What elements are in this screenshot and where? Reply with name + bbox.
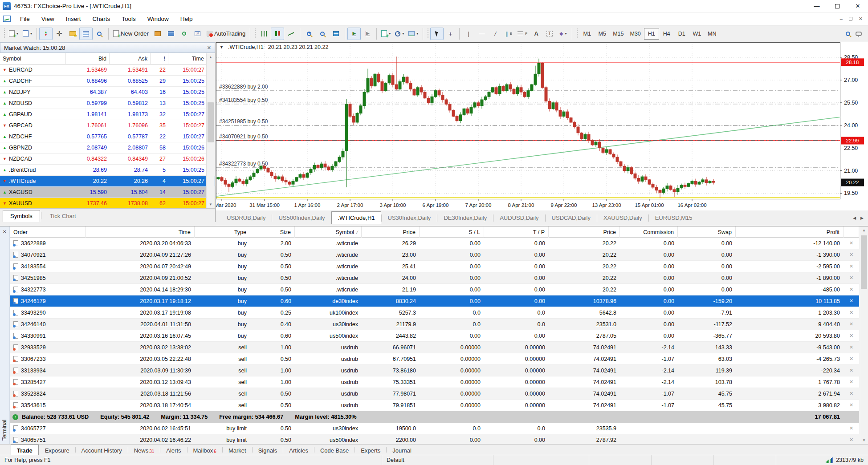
chart-tab-usdrubdaily[interactable]: USDRUB,Daily [220,211,272,224]
chart-tab-eurusdm15[interactable]: EURUSD,M15 [649,211,699,224]
market-watch-row[interactable]: ▼NZDCAD0.843220.843492715:00:26 [0,154,215,165]
status-profile[interactable]: Default [382,455,493,465]
close-order-icon[interactable]: ✕ [844,391,859,396]
timeframe-button-h4[interactable]: H4 [659,28,674,40]
close-order-icon[interactable]: ✕ [844,287,859,292]
timeframe-button-w1[interactable]: W1 [689,28,705,40]
timeframe-button-d1[interactable]: D1 [674,28,689,40]
close-order-icon[interactable]: ✕ [844,425,859,431]
order-row[interactable]: 342461402020.04.01 11:31:50buy0.40us30in… [10,319,859,330]
market-watch-toggle-button[interactable]: ▲▼ [39,28,53,40]
toolbar-grip[interactable] [427,28,429,39]
text-label-button[interactable]: T [543,28,556,40]
order-row[interactable]: 343309912020.03.16 16:07:45buy0.60us500i… [10,330,859,342]
vertical-line-button[interactable]: | [462,28,475,40]
close-button[interactable]: ✕ [848,0,868,12]
order-row[interactable]: 329335292020.03.02 13:38:02sell1.00usdru… [10,342,859,353]
order-row[interactable]: 343227732020.04.14 18:29:30buy0.50.wticr… [10,284,859,295]
terminal-tab-journal[interactable]: Journal [387,445,417,455]
mdi-restore-button[interactable] [849,16,852,21]
menu-item-file[interactable]: File [14,14,36,24]
menu-item-window[interactable]: Window [142,14,175,24]
periods-button[interactable]: ▾ [393,28,406,40]
terminal-tab-articles[interactable]: Articles [283,445,314,455]
scroll-left-icon[interactable]: ◀ [853,216,856,220]
order-row[interactable]: 340709212020.04.09 21:27:26buy0.50.wticr… [10,249,859,261]
market-watch-row[interactable]: ▲NZDCHF0.577650.577872215:00:27 [0,131,215,142]
order-row[interactable]: 334932902020.03.17 19:19:08buy0.25uk100i… [10,307,859,319]
scroll-down-icon[interactable]: ▼ [207,201,215,208]
close-order-icon[interactable]: ✕ [844,437,859,443]
depth-of-market-button[interactable] [151,28,164,40]
candlestick-chart-button[interactable] [271,28,284,40]
menu-item-charts[interactable]: Charts [87,14,116,24]
toolbar-grip[interactable] [3,28,5,39]
scrollbar-thumb[interactable] [861,235,867,289]
timeframe-button-m30[interactable]: M30 [627,28,644,40]
close-order-icon[interactable]: ✕ [844,344,859,350]
close-order-icon[interactable]: ✕ [844,275,859,281]
scroll-up-icon[interactable]: ▲ [860,226,868,234]
new-chart-button[interactable]: +▾ [7,28,20,40]
terminal-column-header[interactable]: S / L [420,226,484,238]
search-icon[interactable] [846,32,850,36]
order-row[interactable]: 335436152020.03.18 17:40:54sell0.50usdru… [10,400,859,411]
market-watch-row[interactable]: ▲NZDJPY64.38764.4031615:00:25 [0,87,215,98]
fibonacci-button[interactable]: F [515,28,530,40]
terminal-column-header[interactable]: Profit [736,226,844,238]
chart-tab-audusddaily[interactable]: AUDUSD,Daily [493,211,545,224]
mdi-minimize-button[interactable]: – [840,16,843,21]
market-watch-row[interactable]: ▲XAGUSD15.59015.6041415:00:27 [0,187,215,198]
trendline-button[interactable]: / [489,28,502,40]
terminal-tab-mailbox[interactable]: Mailbox6 [187,445,222,455]
metaeditor-button[interactable] [164,28,178,40]
arrows-button[interactable]: ◆▾ [556,28,570,40]
chart-collapse-icon[interactable]: ▼ [220,45,224,49]
order-row[interactable]: 341835542020.04.07 20:42:49buy0.50.wticr… [10,261,859,272]
scroll-right-icon[interactable]: ▶ [860,216,864,220]
menu-item-insert[interactable]: Insert [60,14,87,24]
terminal-column-header[interactable]: Commission [620,226,678,238]
auto-scroll-button[interactable]: ▶ [347,28,361,40]
close-order-icon[interactable]: ✕ [844,368,859,373]
terminal-scrollbar[interactable]: ▲ ▼ [860,226,868,444]
market-watch-row[interactable]: ▼XAUUSD1737.461738.086215:00:27 [0,198,215,209]
data-window-button[interactable]: ✛ [53,28,66,40]
market-watch-tab-symbols[interactable]: Symbols [3,210,40,222]
terminal-column-header[interactable]: Type [195,226,250,238]
market-watch-row[interactable]: ▲CADCHF0.684960.685252915:00:25 [0,76,215,87]
scrollbar-thumb[interactable] [208,102,214,142]
timeframe-button-m15[interactable]: M15 [610,28,627,40]
mdi-close-button[interactable]: ✕ [859,16,863,22]
market-watch-row[interactable]: ▲GBPNZD2.087492.088075815:00:26 [0,142,215,154]
market-watch-column-header[interactable]: ! [151,53,168,64]
autotrading-button[interactable]: AutoTrading [204,28,248,40]
price-chart[interactable]: 28.5027.0025.5024.0022.5021.0019.5030 Ma… [216,42,868,210]
terminal-tab-news[interactable]: News31 [128,445,160,455]
chart-shift-button[interactable]: ▶ [361,28,374,40]
order-row[interactable]: 332854272020.03.12 13:09:43sell1.00usdru… [10,376,859,388]
scroll-up-icon[interactable]: ▲ [207,53,215,61]
terminal-tab-exposure[interactable]: Exposure [39,445,75,455]
terminal-tab-code-base[interactable]: Code Base [314,445,355,455]
strategy-tester-button[interactable] [93,28,106,40]
toolbar-grip[interactable] [576,28,578,39]
close-order-icon[interactable]: ✕ [844,252,859,258]
order-row[interactable]: 342461792020.03.17 19:18:12buy0.60de30in… [10,295,859,307]
market-watch-row[interactable]: ▼EURCAD1.534691.534912215:00:27 [0,65,215,76]
order-row[interactable]: 335238242020.03.18 11:21:56sell0.50usdru… [10,388,859,400]
menu-item-help[interactable]: Help [175,14,199,24]
menu-item-view[interactable]: View [36,14,60,24]
chat-icon[interactable] [856,32,862,36]
market-watch-row[interactable]: ▲GBPAUD1.981411.981733215:00:27 [0,109,215,120]
fullscreen-button[interactable]: ↗ [191,28,204,40]
terminal-column-header[interactable]: Symbol∕ [295,226,362,238]
order-row[interactable]: 340657272020.04.02 16:45:51buy limit0.50… [10,423,859,434]
market-watch-row[interactable]: ▲NZDUSD0.597990.598121315:00:25 [0,98,215,109]
market-watch-column-header[interactable]: Bid [66,53,110,64]
terminal-tab-trade[interactable]: Trade [11,445,39,455]
market-watch-column-header[interactable]: Time [168,53,207,64]
terminal-column-header[interactable]: Swap [678,226,736,238]
terminal-column-header[interactable]: Price [362,226,420,238]
terminal-tab-signals[interactable]: Signals [253,445,283,455]
